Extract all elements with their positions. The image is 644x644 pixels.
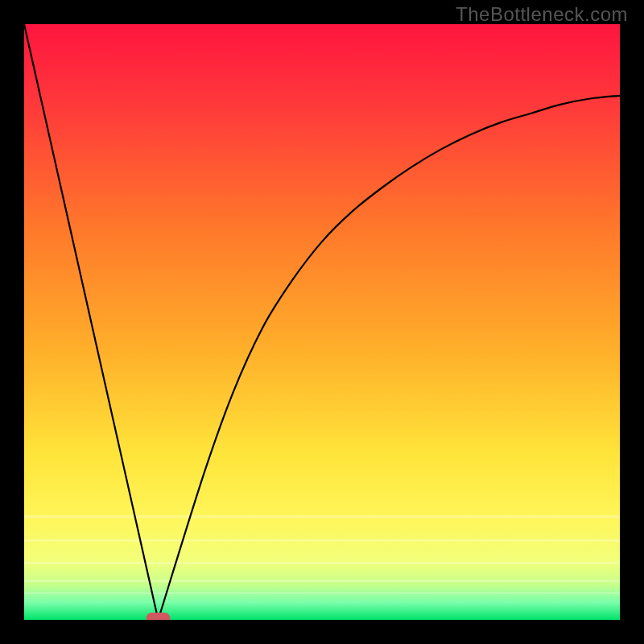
svg-rect-3: [24, 580, 620, 582]
bottleneck-plot: [24, 24, 620, 620]
svg-rect-2: [24, 562, 620, 564]
svg-rect-0: [24, 515, 620, 518]
chart-frame: TheBottleneck.com: [0, 0, 644, 644]
svg-rect-1: [24, 539, 620, 542]
optimum-marker: [147, 613, 171, 620]
watermark-label: TheBottleneck.com: [456, 3, 628, 26]
svg-rect-4: [24, 592, 620, 594]
